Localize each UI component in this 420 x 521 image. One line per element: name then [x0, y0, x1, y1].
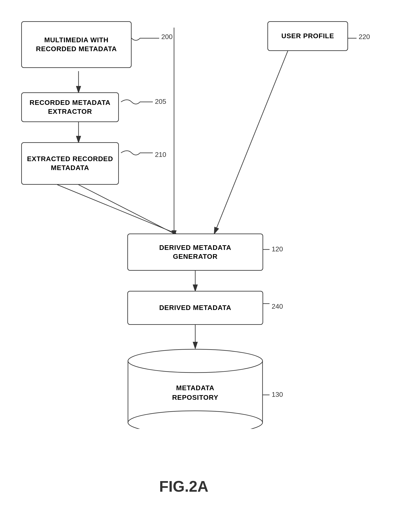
extracted-recorded-label: EXTRACTED RECORDED METADATA	[27, 155, 113, 172]
metadata-repository-node: METADATA REPOSITORY	[127, 348, 263, 429]
metadata-repository-label: METADATA REPOSITORY	[172, 383, 218, 402]
derived-metadata-label: DERIVED METADATA	[159, 303, 231, 312]
ref-130: 130	[272, 391, 283, 399]
ref-220: 220	[359, 33, 370, 41]
figure-label: FIG.2A	[159, 478, 208, 495]
ref-200: 200	[161, 33, 172, 41]
multimedia-label: MULTIMEDIA WITH RECORDED METADATA	[36, 36, 117, 53]
ref-120: 120	[272, 245, 283, 253]
svg-point-12	[128, 349, 262, 373]
user-profile-node: USER PROFILE	[267, 21, 348, 51]
extracted-recorded-node: EXTRACTED RECORDED METADATA	[21, 142, 119, 185]
ref-240: 240	[272, 302, 283, 310]
recorded-extractor-label: RECORDED METADATA EXTRACTOR	[30, 98, 110, 116]
ref-210: 210	[155, 151, 166, 159]
recorded-extractor-node: RECORDED METADATA EXTRACTOR	[21, 92, 119, 122]
svg-line-9	[79, 185, 174, 234]
svg-line-6	[214, 49, 289, 234]
derived-metadata-node: DERIVED METADATA	[127, 291, 263, 325]
diagram-container: MULTIMEDIA WITH RECORDED METADATA 200 RE…	[0, 0, 420, 521]
multimedia-node: MULTIMEDIA WITH RECORDED METADATA	[21, 21, 132, 68]
user-profile-label: USER PROFILE	[281, 32, 334, 41]
ref-205: 205	[155, 98, 166, 106]
svg-line-4	[57, 185, 176, 234]
derived-generator-label: DERIVED METADATA GENERATOR	[159, 243, 231, 261]
derived-generator-node: DERIVED METADATA GENERATOR	[127, 234, 263, 271]
